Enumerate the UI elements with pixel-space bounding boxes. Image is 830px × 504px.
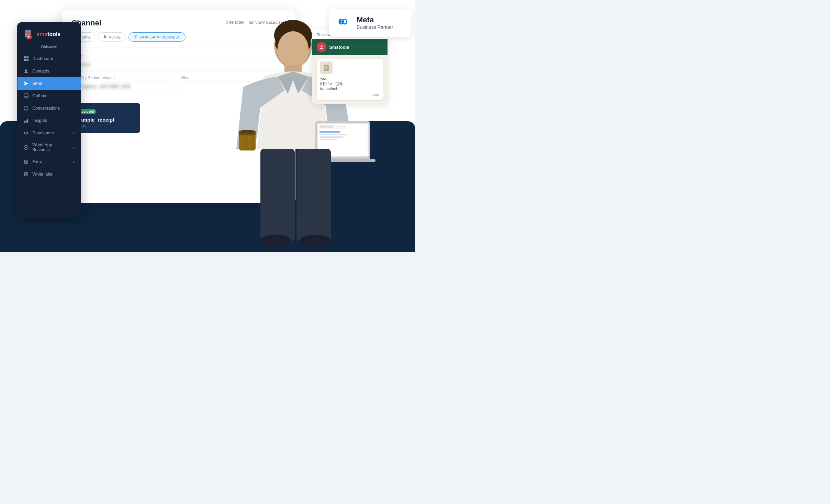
svg-rect-32 <box>324 65 329 71</box>
dashboard-icon <box>23 56 29 61</box>
template-type: Utility <box>77 124 135 128</box>
preview-chat-header: Smstools <box>312 39 388 55</box>
view-selected-button[interactable]: VIEW SELECTED <box>249 20 286 25</box>
template-input[interactable] <box>181 81 286 92</box>
send-icon <box>23 81 29 86</box>
whitelabel-label: White label <box>32 172 54 177</box>
preview-body: your {{1}} from {{2}}, is attached. Now <box>312 55 388 104</box>
svg-point-30 <box>135 36 136 37</box>
svg-marker-13 <box>24 81 28 86</box>
eye-icon <box>249 20 254 25</box>
svg-marker-5 <box>27 39 29 40</box>
panel-top-bar: 0 selected VIEW SELECTED <box>226 20 286 25</box>
tab-whatsapp[interactable]: WHATSAPP BUSINESS <box>128 32 186 42</box>
svg-rect-8 <box>24 56 26 58</box>
whitelabel-icon <box>23 171 29 177</box>
svg-point-21 <box>25 147 27 148</box>
logo-sms: sms <box>36 31 47 37</box>
sidebar-item-dashboard[interactable]: Dashboard <box>17 53 81 65</box>
svg-point-27 <box>250 22 252 23</box>
svg-rect-3 <box>26 33 29 34</box>
conversations-icon <box>23 105 29 111</box>
whatsapp-account-field-group: WhatsApp Business Account <box>71 76 177 92</box>
svg-rect-10 <box>24 59 26 61</box>
send-label: Send <box>32 81 42 86</box>
template-name: sample_receipt <box>77 117 135 123</box>
sidebar-item-conversations[interactable]: Conversations <box>17 102 81 114</box>
panel-header: 0 selected VIEW SELECTED Channel ✉ SMS <box>62 10 295 47</box>
sidebar-item-extra[interactable]: Extra ▾ <box>17 156 81 168</box>
svg-rect-11 <box>26 59 29 61</box>
preview-avatar <box>317 42 326 52</box>
main-panel: 0 selected VIEW SELECTED Channel ✉ SMS <box>62 10 295 203</box>
insights-label: Insights <box>32 118 47 123</box>
svg-point-12 <box>25 69 27 71</box>
svg-rect-9 <box>26 56 29 58</box>
voice-tab-icon <box>103 35 107 39</box>
svg-rect-17 <box>24 121 25 123</box>
sidebar-logo: smstools <box>17 22 81 43</box>
developers-chevron-icon: ▾ <box>73 131 75 135</box>
sidebar-item-developers[interactable]: Developers ▾ <box>17 127 81 139</box>
panel-body: Sender WhatsApp Business Account Wha... … <box>62 47 295 140</box>
whatsapp-account-input[interactable] <box>71 81 177 92</box>
preview-brand-name: Smstools <box>329 45 349 50</box>
sidebar-item-whitelabel[interactable]: White label <box>17 168 81 180</box>
sender-input[interactable] <box>71 59 286 70</box>
svg-point-16 <box>26 109 26 110</box>
tab-voice[interactable]: VOICE <box>98 32 126 42</box>
svg-rect-7 <box>27 37 29 38</box>
logo-text: smstools <box>36 31 60 37</box>
meta-text-group: Meta Business Partner <box>357 15 393 30</box>
voice-tab-label: VOICE <box>109 35 121 39</box>
meta-subtitle: Business Partner <box>357 24 393 30</box>
document-icon <box>323 64 329 71</box>
conversations-label: Conversations <box>32 106 60 111</box>
sidebar-welcome: Welcome! <box>17 43 81 53</box>
template-card: Approved sample_receipt Utility <box>71 103 140 133</box>
sidebar-item-send[interactable]: Send <box>17 77 81 90</box>
outbox-label: Outbox <box>32 93 46 98</box>
sender-field-group: Sender <box>71 54 286 70</box>
svg-point-31 <box>321 46 323 47</box>
sidebar-navigation: Dashboard Contacts Send <box>17 53 81 180</box>
sidebar-item-whatsapp[interactable]: WhatsApp Business ▾ <box>17 139 81 156</box>
contacts-icon <box>23 68 29 74</box>
svg-rect-23 <box>25 161 27 163</box>
developers-icon <box>23 130 29 136</box>
whatsapp-icon <box>23 145 29 150</box>
sidebar-item-outbox[interactable]: Outbox <box>17 90 81 102</box>
extra-label: Extra <box>32 159 42 164</box>
extra-chevron-icon: ▾ <box>73 160 75 164</box>
scene-wrapper: smstools Welcome! Dashboard Contacts <box>0 0 415 252</box>
sidebar-item-insights[interactable]: Insights <box>17 114 81 127</box>
whatsapp-tab-icon <box>134 35 137 39</box>
whatsapp-row: WhatsApp Business Account Wha... <box>71 76 286 98</box>
meta-title: Meta <box>357 15 393 24</box>
preview-doc-icon <box>320 61 333 74</box>
outbox-icon <box>23 93 29 99</box>
selected-count: 0 selected <box>226 20 245 25</box>
developers-label: Developers <box>32 131 54 135</box>
dashboard-label: Dashboard <box>32 56 53 61</box>
svg-rect-35 <box>325 68 327 69</box>
whatsapp-chevron-icon: ▾ <box>73 146 75 149</box>
logo-tools: tools <box>47 31 60 37</box>
sidebar-item-contacts[interactable]: Contacts <box>17 65 81 77</box>
template-label: Wha... <box>181 76 286 80</box>
sender-label: Sender <box>71 54 286 58</box>
sms-tab-label: SMS <box>82 35 90 39</box>
whatsapp-account-label: WhatsApp Business Account <box>71 76 177 80</box>
meta-logo-icon <box>337 14 352 31</box>
preview-panel: Preview (this is a preview only) Smstool… <box>312 29 388 104</box>
template-field-group: Wha... <box>181 76 286 92</box>
sidebar: smstools Welcome! Dashboard Contacts <box>17 22 81 218</box>
contacts-label: Contacts <box>32 69 49 74</box>
insights-icon <box>23 118 29 123</box>
smstools-logo-icon <box>23 29 34 40</box>
preview-time: Now <box>320 93 379 98</box>
svg-rect-34 <box>325 67 327 68</box>
preview-message-text: your {{1}} from {{2}}, is attached. <box>320 76 379 91</box>
preview-message-bubble: your {{1}} from {{2}}, is attached. Now <box>317 59 383 100</box>
svg-rect-25 <box>25 173 27 175</box>
